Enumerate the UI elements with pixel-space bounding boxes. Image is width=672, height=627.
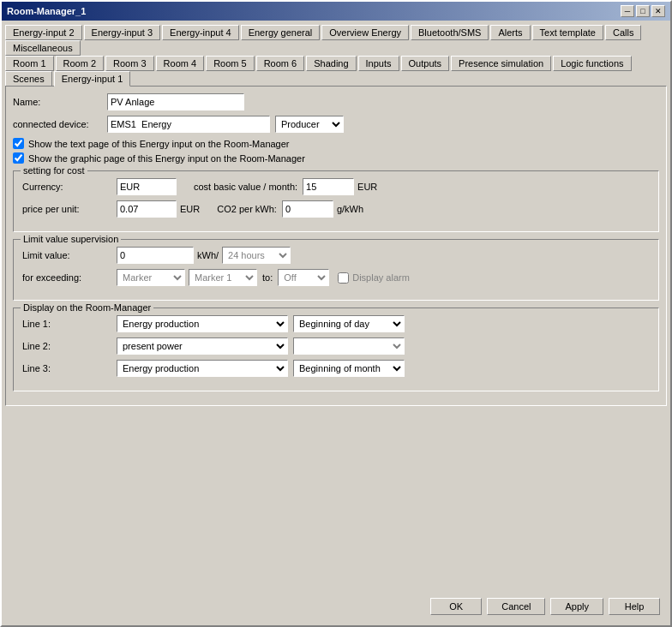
line1-label: Line 1: (22, 319, 117, 329)
price-per-unit-input[interactable] (117, 200, 177, 218)
limit-row-2: for exceeding: Marker Marker 1 to: Off D… (22, 269, 650, 286)
limit-unit-label: kWh/ (197, 250, 219, 260)
show-text-page-label: Show the text page of this Energy input … (28, 139, 290, 149)
tab-calls[interactable]: Calls (605, 25, 641, 40)
ok-button[interactable]: OK (430, 598, 482, 615)
cost-group: setting for cost Currency: cost basic va… (13, 170, 659, 232)
cost-basic-input[interactable] (303, 178, 354, 195)
name-label: Name: (13, 97, 107, 107)
line1-period-select[interactable]: Beginning of day Beginning of month Begi… (293, 315, 405, 332)
show-text-page-checkbox[interactable] (13, 138, 24, 149)
cost-group-label: setting for cost (21, 165, 87, 176)
for-exceeding-label: for exceeding: (22, 272, 117, 283)
currency-input[interactable] (117, 178, 177, 195)
marker-select[interactable]: Marker (117, 269, 185, 286)
window-title: Room-Manager_1 (7, 6, 86, 16)
limit-group: Limit value supervision Limit value: kWh… (13, 239, 659, 301)
tab-rows: Energy-input 2 Energy-input 3 Energy-inp… (5, 24, 667, 86)
name-input[interactable] (107, 93, 244, 110)
line2-period-select[interactable]: Beginning of day Beginning of month (293, 337, 405, 355)
connected-device-row: connected device: Producer Consumer (13, 116, 659, 133)
checkbox-row-1: Show the text page of this Energy input … (13, 138, 659, 149)
limit-group-label: Limit value supervision (21, 234, 121, 244)
tab-room-3[interactable]: Room 3 (105, 56, 154, 71)
tab-energy-input-4[interactable]: Energy-input 4 (162, 25, 239, 40)
tab-alerts[interactable]: Alerts (490, 25, 530, 40)
co2-label: CO2 per kWh: (217, 204, 277, 214)
limit-value-input[interactable] (117, 247, 194, 264)
line3-label: Line 3: (22, 363, 117, 373)
display-group-label: Display on the Room-Manager (21, 302, 153, 313)
tab-outputs[interactable]: Outputs (401, 56, 450, 71)
price-per-unit-unit: EUR (180, 204, 200, 214)
line3-row: Line 3: Energy production present power … (22, 360, 650, 377)
cost-basic-label: cost basic value / month: (194, 182, 297, 192)
marker1-select[interactable]: Marker 1 (189, 269, 257, 286)
content-area: Energy-input 2 Energy-input 3 Energy-inp… (2, 21, 670, 409)
currency-label: Currency: (22, 182, 117, 192)
limit-value-label: Limit value: (22, 250, 117, 260)
line3-period-select[interactable]: Beginning of day Beginning of month Begi… (293, 360, 405, 377)
cost-row-2: price per unit: EUR CO2 per kWh: g/kWh (22, 200, 650, 218)
tab-panel-energy-input-1: Name: connected device: Producer Consume… (5, 86, 667, 406)
bottom-buttons: OK Cancel Apply Help (430, 598, 660, 615)
to-select[interactable]: Off (278, 269, 329, 286)
main-window: Room-Manager_1 ─ □ ✕ Energy-input 2 Ener… (0, 0, 672, 627)
line3-value-select[interactable]: Energy production present power Energy c… (117, 360, 288, 377)
co2-unit: g/kWh (337, 204, 363, 214)
device-type-select[interactable]: Producer Consumer (275, 116, 344, 133)
connected-device-label: connected device: (13, 119, 107, 129)
limit-period-select[interactable]: 24 hours 1 hour 1 week (222, 247, 291, 264)
tab-bluetooth-sms[interactable]: Bluetooth/SMS (411, 25, 489, 40)
show-graphic-page-label: Show the graphic page of this Energy inp… (28, 153, 305, 164)
line2-row: Line 2: Energy production present power … (22, 337, 650, 355)
close-button[interactable]: ✕ (651, 5, 665, 17)
tab-energy-input-3[interactable]: Energy-input 3 (84, 25, 161, 40)
tab-shading[interactable]: Shading (306, 56, 356, 71)
tabs-row-1: Energy-input 2 Energy-input 3 Energy-inp… (5, 24, 667, 55)
cancel-button[interactable]: Cancel (487, 598, 545, 615)
tab-logic-functions[interactable]: Logic functions (553, 56, 631, 71)
tab-presence-simulation[interactable]: Presence simulation (451, 56, 551, 71)
tab-scenes[interactable]: Scenes (5, 71, 52, 87)
help-button[interactable]: Help (609, 598, 660, 615)
title-bar-buttons: ─ □ ✕ (621, 5, 665, 17)
tab-overview-energy[interactable]: Overview Energy (321, 25, 409, 40)
apply-button[interactable]: Apply (550, 598, 603, 615)
tab-room-6[interactable]: Room 6 (256, 56, 305, 71)
limit-row-1: Limit value: kWh/ 24 hours 1 hour 1 week (22, 247, 650, 264)
line1-value-select[interactable]: Energy production present power Energy c… (117, 315, 288, 332)
name-row: Name: (13, 93, 659, 110)
tab-room-2[interactable]: Room 2 (56, 56, 105, 71)
to-label: to: (262, 272, 273, 283)
line2-label: Line 2: (22, 341, 117, 351)
cost-row-1: Currency: cost basic value / month: EUR (22, 178, 650, 195)
tab-energy-input-1[interactable]: Energy-input 1 (54, 71, 131, 87)
tab-inputs[interactable]: Inputs (358, 56, 399, 71)
tab-room-5[interactable]: Room 5 (206, 56, 255, 71)
tab-room-4[interactable]: Room 4 (156, 56, 205, 71)
display-alarm-label: Display alarm (352, 272, 410, 283)
maximize-button[interactable]: □ (636, 5, 650, 17)
show-graphic-page-checkbox[interactable] (13, 152, 24, 164)
tab-miscellaneous[interactable]: Miscellaneous (5, 40, 81, 56)
minimize-button[interactable]: ─ (621, 5, 634, 17)
display-group: Display on the Room-Manager Line 1: Ener… (13, 308, 659, 391)
tabs-row-2: Room 1 Room 2 Room 3 Room 4 Room 5 Room … (5, 55, 667, 86)
line1-row: Line 1: Energy production present power … (22, 315, 650, 332)
title-bar: Room-Manager_1 ─ □ ✕ (2, 2, 670, 21)
tab-energy-input-2[interactable]: Energy-input 2 (5, 25, 82, 40)
connected-device-input[interactable] (107, 116, 270, 133)
display-alarm-checkbox[interactable] (338, 272, 349, 284)
co2-input[interactable] (282, 200, 333, 218)
tab-energy-general[interactable]: Energy general (241, 25, 321, 40)
checkbox-row-2: Show the graphic page of this Energy inp… (13, 152, 659, 164)
line2-value-select[interactable]: Energy production present power Energy c… (117, 337, 288, 355)
tab-text-template[interactable]: Text template (532, 25, 603, 40)
tab-room-1[interactable]: Room 1 (5, 56, 54, 71)
cost-basic-unit: EUR (357, 182, 377, 192)
price-per-unit-label: price per unit: (22, 204, 117, 214)
